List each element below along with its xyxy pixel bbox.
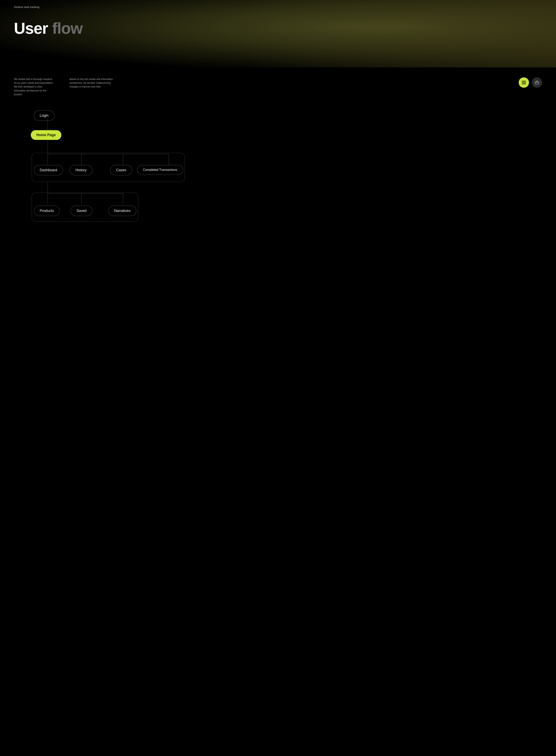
title-flow: flow [52, 20, 82, 37]
briefcase-view-button[interactable] [532, 77, 542, 88]
history-label: History [69, 165, 93, 176]
flow-svg [18, 108, 197, 247]
homepage-node[interactable]: Home Page [31, 130, 61, 140]
desc-right: Based on the test results and informatio… [69, 77, 113, 89]
hero-content: Intuitive lead tracking User flow [0, 0, 556, 42]
dashboard-label: Dashboard [34, 165, 63, 176]
completed-label: Completed Transactions [137, 165, 183, 175]
history-node[interactable]: History [69, 165, 93, 176]
grid-view-button[interactable] [519, 77, 529, 88]
products-node[interactable]: Products [34, 205, 60, 216]
icon-buttons [519, 77, 542, 88]
login-node[interactable]: Login [34, 110, 55, 121]
hero-section: Intuitive lead tracking User flow [0, 0, 556, 68]
svg-rect-1 [524, 81, 525, 82]
saved-node[interactable]: Saved [70, 205, 93, 216]
grid-icon [522, 80, 526, 85]
saved-label: Saved [70, 205, 93, 216]
desc-left: We started with a thorough research of o… [14, 77, 54, 97]
briefcase-icon [535, 80, 539, 85]
cases-label: Cases [110, 165, 132, 176]
subtitle: Intuitive lead tracking [14, 6, 542, 8]
svg-rect-3 [522, 83, 523, 84]
svg-rect-4 [535, 82, 539, 84]
title-user: User [14, 20, 52, 37]
diagram-container: Login Home Page Dashboard History Cases … [18, 108, 197, 247]
login-label: Login [34, 110, 55, 121]
main-title: User flow [14, 21, 542, 36]
homepage-label: Home Page [31, 130, 61, 140]
completed-node[interactable]: Completed Transactions [137, 165, 183, 175]
products-label: Products [34, 205, 60, 216]
title-section: User flow [14, 21, 542, 36]
svg-rect-0 [522, 81, 523, 82]
dashboard-node[interactable]: Dashboard [34, 165, 63, 176]
narratives-label: Narratives [108, 205, 136, 216]
flowchart-section: Login Home Page Dashboard History Cases … [0, 104, 556, 263]
description-section: We started with a thorough research of o… [0, 68, 556, 104]
svg-rect-2 [524, 83, 525, 84]
cases-node[interactable]: Cases [110, 165, 132, 176]
narratives-node[interactable]: Narratives [108, 205, 136, 216]
